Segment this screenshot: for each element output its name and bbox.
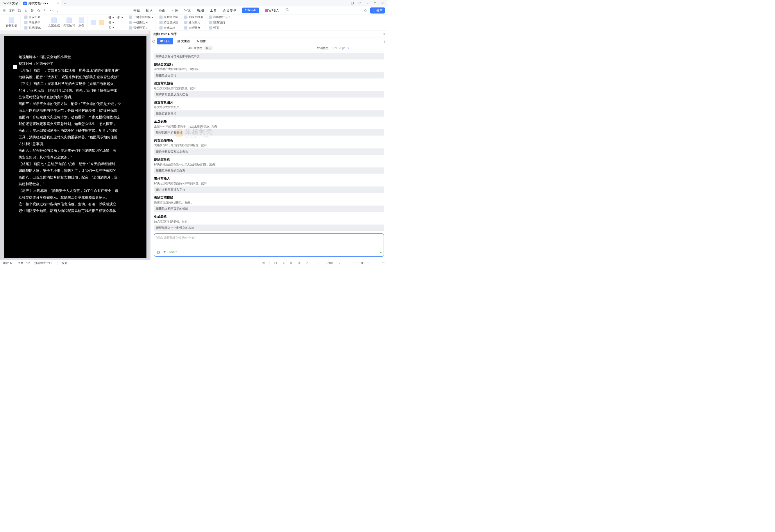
document-line[interactable]: 防安全知识，从小培养安全意识。" [19,154,132,160]
ai-suggestion-command[interactable]: 请删除全文空行 [154,72,384,79]
ai-suggestion-command[interactable]: 请帮我插入一个5行3列的表格 [154,225,384,231]
close-tab-icon[interactable]: × [57,1,59,5]
status-proofread[interactable]: 校对 [62,261,67,265]
ai-suggestion-command[interactable]: 请给表格每页都加上表头 [154,148,384,155]
export-icon[interactable] [24,8,28,12]
document-tab[interactable]: W 测试文档.docx × [21,0,61,6]
ai-suggestion-command[interactable]: 请设置背景图片 [154,110,384,117]
ai-model-edit-icon[interactable]: ✎ [347,46,350,50]
wps-ai-button[interactable]: WPS AI [265,8,279,13]
status-word-count[interactable]: 字数: 793 [18,261,30,265]
menu-icon[interactable] [2,8,6,12]
share-button[interactable]: 分享 [370,7,385,13]
document-line[interactable]: 画面四：介绍家庭火灾应急计划。动画展示一个家庭模拟疏散演练 [19,114,132,120]
ribbon-repeat-header[interactable]: 跨页显标题 [159,20,179,25]
ribbon-insert-cursor[interactable]: 前面插光标 [159,15,179,19]
ai-suggestion-command[interactable]: 请将背景颜色设置为红色 [154,91,384,98]
document-line[interactable]: 【尾声】 出现标语："消防安全人人有责，为了生命财产安全，请 [19,187,132,194]
zoom-in-icon[interactable] [374,261,378,265]
ribbon-side-panel[interactable]: 右侧面板 [4,18,19,28]
document-line[interactable]: 视频时长：约两分钟半 [19,60,132,67]
window-layout-icon[interactable] [350,1,354,5]
document-line[interactable]: 方法和注意事项。 [19,140,132,147]
ribbon-rewrite[interactable]: 内容改写 [62,18,77,28]
document-line[interactable]: 画面六：配合轻松的音乐，展示孩子们学习消防知识的场景，旁 [19,147,132,154]
document-line[interactable]: 记住消防安全知识。动画人物和配音风格可以根据目标观众群体 [19,207,132,214]
print-icon[interactable] [30,8,34,12]
status-page[interactable]: 页面: 1/1 [2,261,14,265]
ribbon-insert-image[interactable]: 插入图片 [184,20,204,25]
office-ai-tab[interactable]: OfficeAI [242,8,259,13]
menu-tab-insert[interactable]: 插入 [146,8,153,13]
menu-tab-tools[interactable]: 工具 [210,8,217,13]
document-line[interactable]: 及社交媒体分享按钮提示。鼓励观众分享此视频给更多人。 [19,194,132,200]
redo-icon[interactable] [49,8,53,12]
document-line[interactable]: 面上可以看到清晰的动作示范，旁白同步解说步骤（如"拔掉保险 [19,107,132,114]
ribbon-polish[interactable]: 润色 [77,18,86,28]
ribbon-h1[interactable]: H1 ▾ H4 ▾ [107,15,123,19]
document-line[interactable]: 【正文】 画面二：展示几种常见的火灾场景（如家用电器起火、 [19,80,132,87]
ai-suggestions-list[interactable]: 果核剥壳 WWW.GHXI.COM 请将全文标点符号全部替换成中文删除全文空行写… [150,51,388,232]
ribbon-weekly-report[interactable]: 周报助手 [24,20,42,25]
zoom-percentage[interactable]: 120% [325,261,334,265]
zoom-slider[interactable] [353,262,370,263]
document-line[interactable]: 画面五：展示烟雾探测器和消防栓的正确使用方式。配音："烟雾 [19,127,132,134]
ai-text-format-icon[interactable] [163,250,167,254]
maximize-icon[interactable] [373,1,377,5]
search-icon[interactable] [285,8,289,12]
ribbon-h2[interactable]: H2 ▾ [107,20,123,24]
ai-suggestion-command[interactable]: 请将全文标点符号全部替换成中文 [154,53,384,60]
toolbar-dropdown-icon[interactable]: ⌄ [56,8,59,12]
heading-block-icon[interactable] [91,20,96,25]
ai-send-button[interactable]: ➤ [379,251,382,254]
file-menu[interactable]: 文件 [9,8,15,12]
ribbon-delete-blank-page[interactable]: 删除空白页 [184,15,204,19]
view-outline-icon[interactable] [274,261,277,265]
new-tab-button[interactable]: ＋ [63,1,67,6]
undo-icon[interactable] [43,8,47,12]
document-line[interactable]: 我们还需要制定家庭火灾应急计划。知道怎么逃生，怎么报警， [19,120,132,127]
ribbon-one-click-delete[interactable]: 一键删除 ▾ [128,20,154,25]
document-line[interactable]: 些场景时配合简单直接的旁白说明。 [19,94,132,100]
save-icon[interactable] [17,8,21,12]
view-web-icon[interactable] [297,261,301,265]
zoom-dropdown-icon[interactable]: ⌄ [338,261,341,264]
gutter-menu-icon[interactable] [13,65,17,69]
ribbon-settings[interactable]: 设置 [208,26,231,30]
cloud-icon[interactable] [364,8,368,12]
vertical-scrollbar[interactable] [148,31,150,259]
ribbon-select-all-tables[interactable]: 全选表格 [159,26,179,30]
menu-tab-review[interactable]: 审阅 [184,8,191,13]
zoom-out-icon[interactable] [345,261,349,265]
menu-tab-reference[interactable]: 引用 [171,8,178,13]
cube-icon[interactable] [358,1,362,5]
ai-model-value[interactable]: ERNIE-Spe [330,46,345,50]
statusbar-more-icon[interactable]: ⋯ [382,261,385,265]
document-page[interactable]: 短视频脚本：消防安全知识小课堂视频时长：约两分钟半【开场】 画面一：背景音乐轻松… [4,36,146,258]
ai-tab-create[interactable]: ✎创作 [194,38,209,44]
ai-tab-chat[interactable]: 💬聊天 [157,38,173,44]
menu-tab-member[interactable]: 会员专享 [222,8,236,13]
document-line[interactable]: 【结尾】 画面七：总结所有的知识点，配音："今天的课程就到 [19,160,132,167]
ai-engine-default-button[interactable]: 默认 [204,46,212,50]
app-tab[interactable]: WPS 文字 [0,1,21,5]
menu-tab-page[interactable]: 页面 [159,8,166,13]
view-play-icon[interactable] [289,261,293,265]
ai-suggestion-command[interactable]: 请删除文档里页眉的横线 [154,205,384,212]
document-line[interactable]: 注：整个视频过程中应确保信息准确、生动、有趣，以吸引观众 [19,200,132,207]
ai-input-box[interactable]: 试试: 请帮我插入带框的打勾符 0/5120 ➤ [154,233,384,257]
tab-dropdown-icon[interactable]: ⌄ [69,1,72,5]
ribbon-auto-adjust[interactable]: 自动调整 [184,26,204,30]
menu-tab-view[interactable]: 视图 [197,8,204,13]
ruler[interactable] [0,31,150,34]
ai-home-icon[interactable] [152,39,156,43]
ai-tab-text2img[interactable]: 🖼文生图 [174,38,193,44]
ribbon-contact[interactable]: 联系我们 [208,20,231,25]
ai-suggestion-command[interactable]: 请帮我选中所有表格 [154,129,384,136]
document-line[interactable]: 识能帮助大家。安全无小事，预防为主，让我们一起守护家园的 [19,167,132,174]
menu-tab-start[interactable]: 开始 [133,8,140,13]
highlight-icon[interactable] [99,20,104,25]
ribbon-bg-setting[interactable]: 背景设置 ▾ [128,26,154,30]
ai-more-icon[interactable]: ⋮ [383,39,386,43]
ai-attach-icon[interactable] [156,250,160,254]
